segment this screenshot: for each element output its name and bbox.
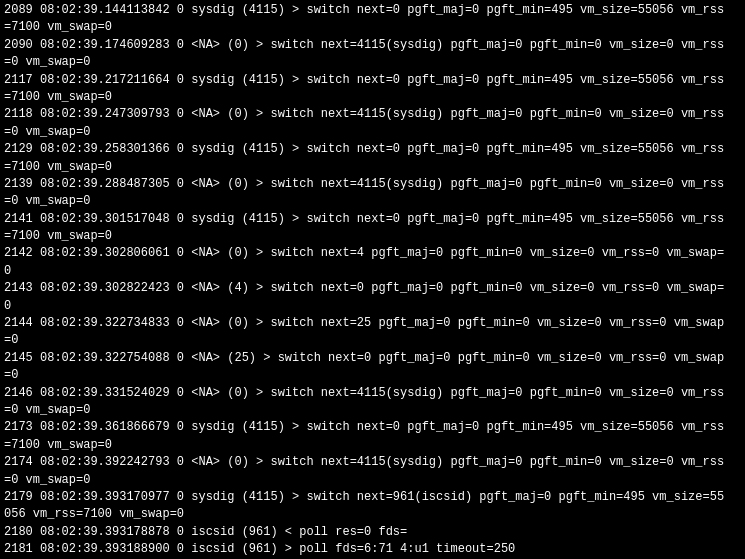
terminal-line: =0 [4, 332, 741, 349]
terminal-line: 2145 08:02:39.322754088 0 <NA> (25) > sw… [4, 350, 741, 367]
terminal-line: =7100 vm_swap=0 [4, 228, 741, 245]
terminal-line: 2142 08:02:39.302806061 0 <NA> (0) > swi… [4, 245, 741, 262]
terminal-line: 2090 08:02:39.174609283 0 <NA> (0) > swi… [4, 37, 741, 54]
terminal-line: 2144 08:02:39.322734833 0 <NA> (0) > swi… [4, 315, 741, 332]
terminal-line: 2179 08:02:39.393170977 0 sysdig (4115) … [4, 489, 741, 506]
terminal: 2089 08:02:39.144113842 0 sysdig (4115) … [0, 0, 745, 559]
terminal-line: 056 vm_rss=7100 vm_swap=0 [4, 506, 741, 523]
terminal-line: =0 vm_swap=0 [4, 193, 741, 210]
terminal-line: 2129 08:02:39.258301366 0 sysdig (4115) … [4, 141, 741, 158]
terminal-line: 2117 08:02:39.217211664 0 sysdig (4115) … [4, 72, 741, 89]
terminal-line: 2089 08:02:39.144113842 0 sysdig (4115) … [4, 2, 741, 19]
terminal-line: 2146 08:02:39.331524029 0 <NA> (0) > swi… [4, 385, 741, 402]
terminal-line: 2173 08:02:39.361866679 0 sysdig (4115) … [4, 419, 741, 436]
terminal-line: =7100 vm_swap=0 [4, 437, 741, 454]
terminal-line: =7100 vm_swap=0 [4, 19, 741, 36]
terminal-line: =7100 vm_swap=0 [4, 159, 741, 176]
terminal-line: =0 vm_swap=0 [4, 124, 741, 141]
terminal-line: =0 vm_swap=0 [4, 472, 741, 489]
terminal-line: 2141 08:02:39.301517048 0 sysdig (4115) … [4, 211, 741, 228]
terminal-line: =0 [4, 367, 741, 384]
terminal-line: 2143 08:02:39.302822423 0 <NA> (4) > swi… [4, 280, 741, 297]
terminal-line: 2174 08:02:39.392242793 0 <NA> (0) > swi… [4, 454, 741, 471]
terminal-line: =0 vm_swap=0 [4, 54, 741, 71]
terminal-line: =7100 vm_swap=0 [4, 89, 741, 106]
terminal-line: 2139 08:02:39.288487305 0 <NA> (0) > swi… [4, 176, 741, 193]
terminal-line: 0 [4, 263, 741, 280]
terminal-line: 2181 08:02:39.393188900 0 iscsid (961) >… [4, 541, 741, 558]
terminal-line: 2118 08:02:39.247309793 0 <NA> (0) > swi… [4, 106, 741, 123]
terminal-line: 0 [4, 298, 741, 315]
terminal-line: 2180 08:02:39.393178878 0 iscsid (961) <… [4, 524, 741, 541]
terminal-line: =0 vm_swap=0 [4, 402, 741, 419]
